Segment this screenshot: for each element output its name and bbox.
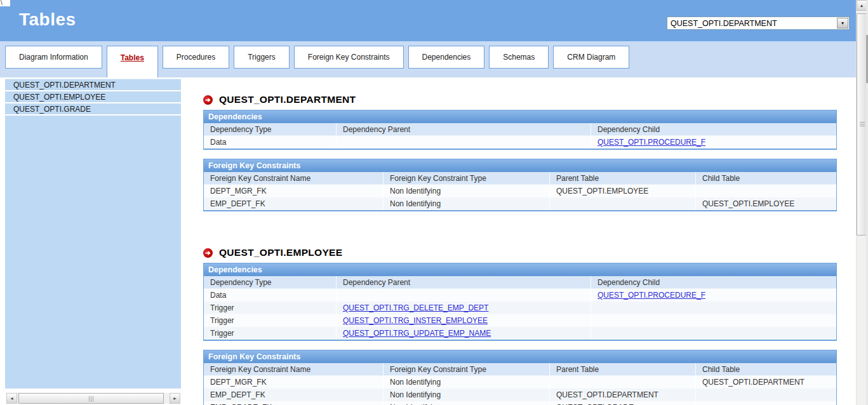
content-area: QUEST_OPTI.DEPARTMENTQUEST_OPTI.EMPLOYEE… [0, 77, 868, 405]
foreign-keys-table: Foreign Key Constraints Foreign Key Cons… [203, 159, 837, 211]
table-header-row: Dependency TypeDependency ParentDependen… [204, 276, 836, 289]
table-cell: QUEST_OPTI.GRADE [550, 401, 696, 405]
tab-bar: Diagram InformationTablesProceduresTrigg… [5, 46, 629, 77]
page-title: Tables [19, 10, 76, 30]
column-header: Dependency Child [591, 276, 836, 288]
table-cell: Non Identifying [384, 388, 550, 401]
sidebar-item-quest-opti-employee[interactable]: QUEST_OPTI.EMPLOYEE [5, 91, 181, 103]
table-cell [591, 314, 836, 327]
tab-tables[interactable]: Tables [107, 46, 158, 77]
section-header: ➔ QUEST_OPTI.DEPARTMENT [203, 93, 837, 106]
tab-diagram-information[interactable]: Diagram Information [5, 46, 102, 69]
table-row: EMP_DEPT_FKNon IdentifyingQUEST_OPTI.EMP… [204, 197, 836, 210]
table-cell: EMP_DEPT_FK [204, 388, 384, 401]
column-header: Parent Table [550, 363, 696, 375]
sections-container: ➔ QUEST_OPTI.DEPARTMENT Dependencies Dep… [203, 93, 837, 405]
table-cell: QUEST_OPTI.TRG_UPDATE_EMP_NAME [337, 327, 591, 340]
column-header: Foreign Key Constraint Type [384, 172, 550, 184]
tab-schemas[interactable]: Schemas [489, 46, 549, 69]
table-header-row: Foreign Key Constraint NameForeign Key C… [204, 363, 836, 376]
table-cell: QUEST_OPTI.TRG_INSTER_EMPLOYEE [337, 314, 591, 327]
dependency-link[interactable]: QUEST_OPTI.PROCEDURE_F [598, 291, 705, 300]
column-header: Parent Table [550, 172, 696, 184]
column-header: Foreign Key Constraint Type [384, 363, 550, 375]
scrollbar-grip [860, 122, 865, 127]
vertical-scrollbar-thumb[interactable] [857, 13, 867, 236]
vertical-scrollbar[interactable]: ▲ [856, 0, 866, 405]
dependency-link[interactable]: QUEST_OPTI.TRG_DELETE_EMP_DEPT [343, 303, 488, 312]
sidebar-item-quest-opti-grade[interactable]: QUEST_OPTI.GRADE [5, 103, 181, 116]
scroll-right-icon[interactable]: ► [170, 393, 180, 404]
dropdown-arrow-icon[interactable]: ▼ [837, 18, 848, 29]
table-cell: Data [204, 289, 337, 302]
foreign-keys-table-title: Foreign Key Constraints [204, 350, 836, 363]
tab-crm-diagram[interactable]: CRM Diagram [553, 46, 629, 69]
tab-strip: Diagram InformationTablesProceduresTrigg… [0, 41, 868, 77]
scroll-up-icon[interactable]: ▲ [857, 0, 867, 11]
tab-label: Schemas [503, 53, 535, 62]
table-cell: QUEST_OPTI.EMPLOYEE [550, 185, 696, 197]
sidebar-item-quest-opti-department[interactable]: QUEST_OPTI.DEPARTMENT [5, 79, 181, 91]
dependencies-table-title: Dependencies [204, 110, 836, 123]
table-cell [337, 136, 591, 149]
table-cell [550, 376, 696, 388]
table-row: TriggerQUEST_OPTI.TRG_DELETE_EMP_DEPT [204, 302, 836, 314]
column-header: Dependency Parent [337, 276, 591, 288]
corner-label: \ [0, 0, 10, 6]
table-cell [591, 302, 836, 314]
column-header: Child Table [696, 363, 836, 375]
table-body: DEPT_MGR_FKNon IdentifyingQUEST_OPTI.EMP… [204, 185, 836, 210]
table-cell: EMP_GRADE_FK [204, 401, 384, 405]
table-section: ➔ QUEST_OPTI.DEPARTMENT Dependencies Dep… [203, 93, 837, 211]
table-cell [550, 197, 696, 210]
foreign-keys-table: Foreign Key Constraints Foreign Key Cons… [203, 350, 837, 405]
table-selector-value: QUEST_OPTI.DEPARTMENT [667, 19, 837, 28]
table-row: EMP_DEPT_FKNon IdentifyingQUEST_OPTI.DEP… [204, 388, 836, 401]
table-cell: Non Identifying [384, 376, 550, 388]
table-selector-dropdown[interactable]: QUEST_OPTI.DEPARTMENT ▼ [667, 17, 850, 30]
tab-foreign-key-constraints[interactable]: Foreign Key Constraints [294, 46, 404, 69]
foreign-keys-table-title: Foreign Key Constraints [204, 159, 836, 172]
column-header: Dependency Parent [337, 123, 591, 135]
table-cell: Data [204, 136, 337, 149]
table-row: TriggerQUEST_OPTI.TRG_UPDATE_EMP_NAME [204, 327, 836, 340]
table-cell: Trigger [204, 302, 337, 314]
column-header: Foreign Key Constraint Name [204, 172, 384, 184]
table-cell: QUEST_OPTI.EMPLOYEE [696, 197, 836, 210]
section-title: QUEST_OPTI.DEPARTMENT [219, 94, 356, 105]
table-cell: DEPT_MGR_FK [204, 376, 384, 388]
tab-triggers[interactable]: Triggers [234, 46, 290, 69]
tab-label: Procedures [177, 53, 215, 62]
table-cell: Trigger [204, 314, 337, 327]
column-header: Child Table [696, 172, 836, 184]
table-row: DataQUEST_OPTI.PROCEDURE_F [204, 136, 836, 149]
dependency-link[interactable]: QUEST_OPTI.TRG_UPDATE_EMP_NAME [343, 329, 491, 338]
main-report: ➔ QUEST_OPTI.DEPARTMENT Dependencies Dep… [203, 77, 837, 405]
table-cell: QUEST_OPTI.DEPARTMENT [696, 376, 836, 388]
tab-procedures[interactable]: Procedures [163, 46, 229, 69]
table-cell: QUEST_OPTI.DEPARTMENT [550, 388, 696, 401]
scroll-left-icon[interactable]: ◄ [6, 393, 17, 404]
column-header: Dependency Type [204, 123, 337, 135]
tab-dependencies[interactable]: Dependencies [408, 46, 485, 69]
table-cell [696, 185, 836, 197]
table-section: ➔ QUEST_OPTI.EMPLOYEE Dependencies Depen… [203, 246, 837, 405]
dependency-link[interactable]: QUEST_OPTI.TRG_INSTER_EMPLOYEE [343, 316, 488, 325]
dependency-link[interactable]: QUEST_OPTI.PROCEDURE_F [598, 138, 705, 147]
table-cell [696, 388, 836, 401]
table-cell: QUEST_OPTI.TRG_DELETE_EMP_DEPT [337, 302, 591, 314]
table-header-row: Foreign Key Constraint NameForeign Key C… [204, 172, 836, 185]
table-body: DataQUEST_OPTI.PROCEDURE_FTriggerQUEST_O… [204, 289, 836, 340]
sidebar-horizontal-scrollbar[interactable]: ◄ ► [6, 393, 180, 404]
section-header: ➔ QUEST_OPTI.EMPLOYEE [203, 246, 837, 259]
table-cell: DEPT_MGR_FK [204, 185, 384, 197]
table-cell: EMP_DEPT_FK [204, 197, 384, 210]
dependencies-table: Dependencies Dependency TypeDependency P… [203, 263, 837, 341]
section-title: QUEST_OPTI.EMPLOYEE [219, 247, 342, 258]
table-cell: Non Identifying [384, 401, 550, 405]
tab-label: Dependencies [422, 53, 471, 62]
table-cell: QUEST_OPTI.PROCEDURE_F [591, 136, 836, 149]
red-arrow-bullet-icon: ➔ [203, 248, 213, 258]
table-row: TriggerQUEST_OPTI.TRG_INSTER_EMPLOYEE [204, 314, 836, 327]
horizontal-scrollbar-thumb[interactable] [18, 393, 164, 404]
